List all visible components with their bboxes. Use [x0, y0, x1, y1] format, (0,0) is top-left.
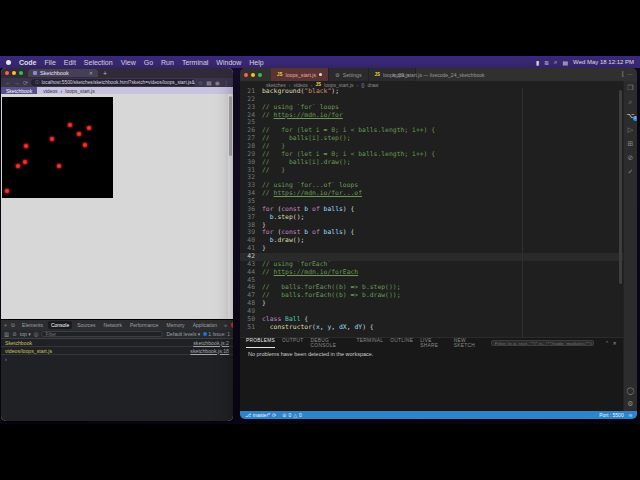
checklist-icon[interactable]: ✓ [628, 168, 634, 176]
editor-tab-loops-09[interactable]: JS loops_09.js [369, 68, 417, 81]
devtools-tab[interactable]: Console [48, 321, 72, 329]
page-crumb-folder[interactable]: videos [43, 88, 57, 94]
address-bar[interactable]: ⓘ localhost:5500/sketches/sketchbook.htm… [31, 79, 195, 86]
minimize-window-button[interactable] [251, 73, 255, 77]
panel-tab[interactable]: DEBUG CONSOLE [311, 338, 350, 348]
bookmark-star-icon[interactable]: ☆ [198, 79, 203, 86]
menu-item[interactable]: Go [144, 59, 153, 66]
zoom-window-button[interactable] [258, 73, 262, 77]
live-server-port[interactable]: Port : 5500 [599, 412, 623, 418]
menu-item[interactable]: Terminal [182, 59, 208, 66]
panel-maximize-icon[interactable]: ⌃ [605, 340, 610, 346]
page-scrollbar[interactable] [228, 94, 233, 319]
console-source-link[interactable]: sketchbook.js:2 [193, 340, 229, 346]
extensions-icon[interactable]: ⊞ [628, 140, 634, 148]
control-center-icon[interactable]: ▤ [562, 59, 568, 66]
devtools-tab[interactable]: Memory [164, 321, 188, 329]
editor-scrollbar[interactable] [619, 90, 622, 284]
explorer-icon[interactable]: ❐ [627, 84, 633, 92]
window-controls[interactable] [5, 71, 23, 75]
issues-counter[interactable]: 1 Issue: 1 [203, 331, 230, 337]
code-editor[interactable]: 21background("black");2223// using `for`… [240, 88, 623, 337]
run-debug-icon[interactable]: ▷ [628, 126, 633, 134]
battery-icon[interactable]: ▮ [536, 59, 539, 66]
search-icon[interactable]: ⌕ [629, 98, 633, 106]
menu-item[interactable]: File [45, 59, 56, 66]
menu-bar-clock[interactable]: Wed May 18 12:12 PM [573, 59, 634, 65]
breadcrumb: sketches › videos › JS loops_start.js › … [240, 81, 623, 88]
menu-item[interactable]: Selection [84, 59, 113, 66]
browser-menu-kebab-icon[interactable]: ⋮ [223, 79, 229, 86]
menu-item[interactable]: View [121, 59, 136, 66]
menu-app-name[interactable]: Code [19, 59, 37, 66]
forward-icon[interactable]: → [14, 80, 20, 86]
site-info-icon[interactable]: ⓘ [35, 80, 40, 85]
extensions-puzzle-icon[interactable]: ▦ [206, 79, 212, 86]
log-levels-selector[interactable]: Default levels ▾ [166, 331, 200, 337]
console-filter-input[interactable]: Filter [41, 331, 163, 337]
apple-menu-icon[interactable] [6, 60, 11, 65]
source-control-icon[interactable]: ⌥1 [626, 112, 634, 120]
minimize-window-button[interactable] [12, 71, 16, 75]
back-icon[interactable]: ← [5, 80, 11, 86]
devtools-tab[interactable]: Performance [127, 321, 162, 329]
account-icon[interactable]: ◯ [627, 387, 635, 395]
panel-tab[interactable]: NEW SKETCH [454, 338, 484, 348]
more-tabs-icon[interactable]: » [224, 322, 227, 328]
wifi-icon[interactable]: ≋ [544, 59, 549, 66]
panel-tab[interactable]: OUTLINE [390, 338, 413, 348]
new-tab-button[interactable]: + [103, 70, 107, 77]
sync-icon[interactable]: ⟳ [272, 412, 276, 418]
clear-console-icon[interactable]: ⊘ [12, 331, 17, 337]
editor-tab-loops-start[interactable]: JS loops_start.js [271, 68, 329, 81]
console-prompt[interactable]: › [1, 355, 233, 363]
panel-tab[interactable]: TERMINAL [357, 338, 384, 348]
split-editor-icon[interactable]: ⫿ [622, 71, 624, 78]
menu-item[interactable]: Run [161, 59, 174, 66]
menu-item[interactable]: Edit [64, 59, 76, 66]
circle-slash-icon[interactable]: ⊘ [628, 154, 634, 162]
problems-filter-input[interactable]: Filter (e.g. text, **/*.ts, !**/node_mod… [491, 340, 594, 347]
breadcrumb-item[interactable]: videos [293, 82, 307, 88]
inspect-element-icon[interactable]: ⌖ [4, 322, 7, 329]
problems-status[interactable]: ⊘ 0 △ 0 [282, 412, 302, 418]
browser-tab[interactable]: Sketchbook ✕ [28, 69, 98, 77]
breadcrumb-item[interactable]: loops_start.js [324, 82, 353, 88]
vscode-window-controls[interactable] [244, 73, 262, 77]
device-toolbar-icon[interactable]: ⧉ [11, 322, 15, 329]
console-source-link[interactable]: sketchbook.js:18 [190, 348, 229, 354]
modified-dot-icon[interactable] [319, 73, 322, 76]
panel-tab[interactable]: OUTPUT [282, 338, 304, 348]
devtools-tab[interactable]: Network [101, 321, 125, 329]
editor-tab-settings[interactable]: ⚙ Settings [329, 68, 368, 81]
git-branch-status[interactable]: ⎇ master* ⟳ [245, 412, 276, 418]
panel-tab[interactable]: LIVE SHARE [420, 338, 447, 348]
panel-tab[interactable]: PROBLEMS [246, 338, 275, 348]
close-window-button[interactable] [5, 71, 9, 75]
breadcrumb-item[interactable]: draw [368, 82, 379, 88]
menu-item[interactable]: Window [216, 59, 241, 66]
line-number[interactable]: 51 [240, 324, 262, 332]
devtools-tab[interactable]: Application [190, 321, 220, 329]
devtools-tab[interactable]: Elements [19, 321, 46, 329]
devtools-tab[interactable]: Sources [74, 321, 98, 329]
console-error-badge[interactable]: 1 [231, 322, 233, 328]
menu-item[interactable]: Help [249, 59, 263, 66]
close-window-button[interactable] [244, 73, 248, 77]
sketchbook-home-link[interactable]: Sketchbook [1, 87, 37, 94]
notifications-bell-icon[interactable]: ⍾ [629, 412, 632, 419]
console-context-selector[interactable]: top ▾ [20, 331, 31, 337]
eye-icon[interactable]: ◎ [34, 331, 39, 337]
search-icon[interactable]: ⌕ [554, 59, 557, 66]
profile-avatar[interactable]: ◉ [215, 79, 220, 86]
console-sidebar-icon[interactable]: ▥ [4, 331, 9, 337]
panel-close-icon[interactable]: ✕ [613, 340, 618, 346]
page-crumb-file[interactable]: loops_start.js [65, 88, 94, 94]
tab-close-icon[interactable]: ✕ [89, 70, 93, 76]
reload-icon[interactable]: ⟳ [23, 79, 28, 86]
breadcrumb-item[interactable]: sketches [266, 82, 286, 88]
zoom-window-button[interactable] [19, 71, 23, 75]
code-line: 48} [240, 300, 623, 308]
manage-gear-icon[interactable]: ⚙ [627, 400, 633, 408]
editor-more-actions-icon[interactable]: ⋯ [628, 71, 634, 78]
